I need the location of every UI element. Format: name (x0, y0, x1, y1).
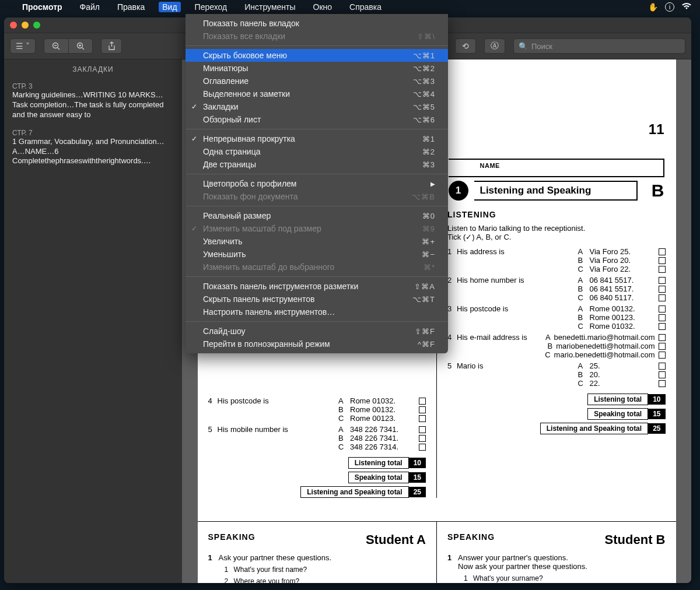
menu-go[interactable]: Переход (191, 2, 231, 12)
minimize-button[interactable] (22, 22, 29, 29)
menu-item[interactable]: Выделенное и заметки⌥⌘4 (186, 87, 448, 100)
sidebar-header: ЗАКЛАДКИ (4, 59, 182, 79)
zoom-out-button[interactable] (44, 38, 68, 54)
menu-item: Показать все вкладки⇧⌘\ (186, 30, 448, 43)
menu-item[interactable]: Обзорный лист⌥⌘6 (186, 113, 448, 126)
page-number-right: 11 (649, 121, 664, 138)
menu-item[interactable]: Одна страница⌘2 (186, 145, 448, 158)
speaking-column-b: Student B SPEAKING 1Answer your partner'… (436, 522, 676, 583)
app-menu[interactable]: Просмотр (19, 2, 66, 12)
menu-tools[interactable]: Инструменты (241, 2, 299, 12)
hand-icon[interactable]: ✋ (648, 2, 658, 12)
menu-help[interactable]: Справка (346, 2, 385, 12)
menu-item[interactable]: ✓Закладки⌥⌘5 (186, 100, 448, 113)
test-variant: B (652, 181, 664, 201)
bookmark-item[interactable]: СТР. 3 Marking guidelines…WRITING 10 MAR… (4, 79, 182, 126)
wifi-icon[interactable] (681, 2, 692, 12)
svg-line-1 (58, 47, 60, 50)
search-icon: 🔍 (519, 42, 528, 51)
system-menubar: Просмотр Файл Правка Вид Переход Инструм… (0, 0, 700, 14)
menu-edit[interactable]: Правка (114, 2, 148, 12)
markup-button[interactable]: Ⓐ (484, 38, 505, 54)
search-placeholder: Поиск (531, 42, 552, 51)
student-label: Student B (605, 532, 666, 547)
menu-item[interactable]: Цветопроба с профилем▶ (186, 177, 448, 190)
rotate-button[interactable]: ⟲ (455, 38, 476, 54)
close-button[interactable] (10, 22, 17, 29)
menu-item[interactable]: ✓Непрерывная прокрутка⌘1 (186, 132, 448, 145)
bookmarks-sidebar: ЗАКЛАДКИ СТР. 3 Marking guidelines…WRITI… (4, 59, 182, 583)
svg-line-4 (82, 47, 84, 50)
menu-item[interactable]: Уменьшить⌘− (186, 248, 448, 261)
menu-item[interactable]: Миниатюры⌥⌘2 (186, 62, 448, 75)
unit-badge: 1 (449, 181, 468, 201)
menu-view[interactable]: Вид (159, 2, 180, 12)
zoom-in-button[interactable] (68, 38, 93, 54)
menu-item[interactable]: Скрыть панель инструментов⌥⌘T (186, 293, 448, 305)
menu-item: Изменить масштаб до выбранного⌘* (186, 261, 448, 273)
menu-item: Показать фон документа⌥⌘B (186, 190, 448, 203)
menu-item[interactable]: Оглавление⌥⌘3 (186, 75, 448, 87)
menu-window[interactable]: Окно (310, 2, 336, 12)
menu-item[interactable]: Скрыть боковое меню⌥⌘1 (186, 49, 448, 62)
accessibility-icon[interactable]: i (665, 2, 674, 12)
sidebar-mode-button[interactable]: ☰ ˅ (10, 38, 36, 54)
zoom-group (44, 38, 93, 54)
listening-column-b: LISTENINGListen to Mario talking to the … (436, 210, 676, 498)
student-label: Student A (366, 532, 426, 547)
bookmark-item[interactable]: СТР. 7 1 Grammar, Vocabulary, and Pronun… (4, 126, 182, 173)
speaking-column-a: Student A SPEAKING 1Ask your partner the… (198, 522, 437, 583)
zoom-button[interactable] (33, 22, 40, 29)
menu-item[interactable]: Увеличить⌘+ (186, 235, 448, 248)
menu-item: ✓Изменить масштаб под размер⌘9 (186, 222, 448, 235)
menu-item[interactable]: Настроить панель инструментов… (186, 305, 448, 318)
menu-item[interactable]: Две страницы⌘3 (186, 158, 448, 171)
menu-item[interactable]: Реальный размер⌘0 (186, 209, 448, 222)
menu-item[interactable]: Показать панель инструментов разметки⇧⌘A (186, 280, 448, 293)
menu-file[interactable]: Файл (76, 2, 103, 12)
name-label: NAME (480, 162, 500, 169)
menu-item[interactable]: Показать панель вкладок (186, 17, 448, 30)
menu-item[interactable]: Перейти в полноэкранный режим^⌘F (186, 338, 448, 350)
share-button[interactable] (101, 38, 122, 54)
view-menu-dropdown: Показать панель вкладокПоказать все вкла… (186, 14, 448, 353)
unit-title: Listening and Speaking (474, 181, 638, 201)
search-input[interactable]: 🔍 Поиск (513, 38, 685, 54)
menu-item[interactable]: Слайд-шоу⇧⌘F (186, 325, 448, 338)
